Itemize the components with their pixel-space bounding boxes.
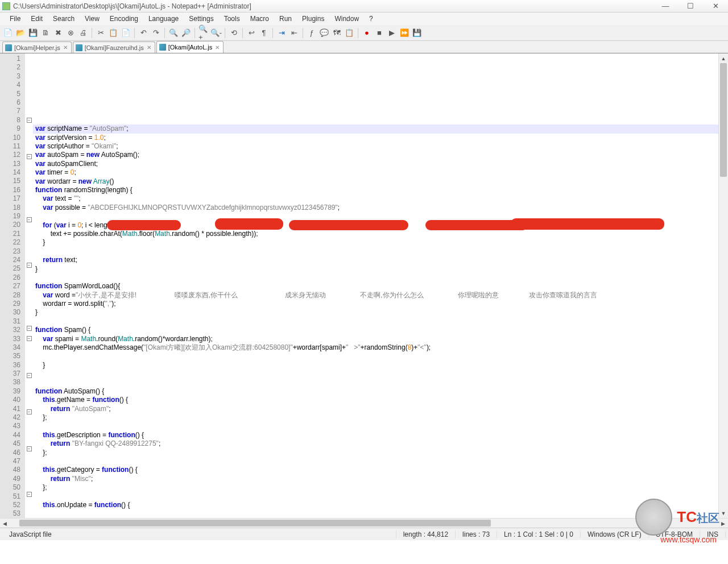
- paste-icon[interactable]: 📄: [120, 27, 131, 39]
- fold-toggle[interactable]: −: [27, 118, 32, 123]
- tab[interactable]: [Okami]AutoL.js✕: [156, 41, 224, 53]
- tab[interactable]: [Okami]Fauzeruihd.js✕: [73, 42, 155, 53]
- code-line[interactable]: }: [33, 308, 718, 317]
- code-line[interactable]: var scriptVersion = 1.0;: [33, 134, 718, 142]
- menu-tools[interactable]: Tools: [219, 14, 245, 24]
- func-icon[interactable]: ƒ: [306, 27, 317, 39]
- maximize-button[interactable]: ☐: [678, 1, 703, 12]
- menu-encoding[interactable]: Encoding: [105, 14, 143, 24]
- tab[interactable]: [Okami]Helper.js✕: [2, 42, 72, 53]
- close-button[interactable]: ✕: [703, 1, 728, 12]
- fold-toggle[interactable]: −: [27, 217, 32, 222]
- scroll-left-icon[interactable]: ◀: [0, 519, 10, 528]
- fold-toggle[interactable]: −: [27, 336, 32, 341]
- code-line[interactable]: [33, 457, 718, 466]
- new-icon[interactable]: 📄: [2, 27, 14, 39]
- menu-settings[interactable]: Settings: [184, 14, 218, 24]
- code-line[interactable]: [33, 273, 718, 282]
- fold-toggle[interactable]: −: [27, 263, 32, 268]
- menu-window[interactable]: Window: [329, 14, 364, 24]
- code-area[interactable]: var scriptName = "AutoSpam";var scriptVe…: [33, 53, 718, 518]
- save-icon[interactable]: 💾: [27, 27, 39, 39]
- find-icon[interactable]: 🔍: [168, 27, 179, 39]
- code-line[interactable]: return "Misc";: [33, 475, 718, 483]
- scroll-down-icon[interactable]: ▼: [719, 508, 728, 518]
- menu-macro[interactable]: Macro: [245, 14, 274, 24]
- vertical-scrollbar[interactable]: ▲ ▼: [718, 53, 728, 518]
- comment-icon[interactable]: 💬: [318, 27, 330, 39]
- code-line[interactable]: [33, 247, 718, 256]
- code-line[interactable]: mc.thePlayer.sendChatMessage("[Okami方曦][…: [33, 343, 718, 352]
- code-line[interactable]: wordarr = word.split(",");: [33, 300, 718, 308]
- code-line[interactable]: var text = "";: [33, 194, 718, 203]
- code-line[interactable]: [33, 492, 718, 501]
- code-line[interactable]: var scriptName = "AutoSpam";: [33, 125, 718, 133]
- code-line[interactable]: function Spam() {: [33, 326, 718, 334]
- fold-toggle[interactable]: −: [27, 326, 32, 331]
- code-line[interactable]: [33, 422, 718, 431]
- code-line[interactable]: [33, 370, 718, 378]
- code-line[interactable]: };: [33, 449, 718, 457]
- close-icon[interactable]: ✖: [52, 27, 64, 39]
- menu-?[interactable]: ?: [364, 14, 378, 24]
- stop-icon[interactable]: ■: [374, 27, 385, 39]
- tab-close-icon[interactable]: ✕: [215, 44, 220, 51]
- horizontal-scrollbar[interactable]: ◀ ▶: [0, 518, 728, 528]
- menu-edit[interactable]: Edit: [26, 14, 48, 24]
- code-line[interactable]: var possible = "ABCDEFGHIJKLMNOPQRSTUVWX…: [33, 204, 718, 212]
- copy-icon[interactable]: 📋: [107, 27, 119, 39]
- code-line[interactable]: function randomString(length) {: [33, 186, 718, 194]
- map-icon[interactable]: 🗺: [331, 27, 342, 39]
- showall-icon[interactable]: ¶: [258, 27, 270, 39]
- code-line[interactable]: };: [33, 483, 718, 492]
- outdent-icon[interactable]: ⇤: [288, 27, 300, 39]
- code-line[interactable]: function SpamWordLoad(){: [33, 282, 718, 291]
- fold-toggle[interactable]: −: [27, 409, 32, 414]
- code-line[interactable]: function AutoSpam() {: [33, 387, 718, 396]
- zoomout-icon[interactable]: 🔍-: [210, 27, 222, 39]
- code-line[interactable]: var autoSpam = new AutoSpam();: [33, 151, 718, 159]
- code-line[interactable]: return "AutoSpam";: [33, 405, 718, 413]
- menu-view[interactable]: View: [80, 14, 105, 24]
- redo-icon[interactable]: ↷: [150, 27, 162, 39]
- fold-toggle[interactable]: −: [27, 373, 32, 378]
- code-line[interactable]: text += possible.charAt(Math.floor(Math.…: [33, 230, 718, 238]
- menu-run[interactable]: Run: [274, 14, 297, 24]
- menu-search[interactable]: Search: [48, 14, 80, 24]
- savemacro-icon[interactable]: 💾: [411, 27, 423, 39]
- code-line[interactable]: var wordarr = new Array(): [33, 177, 718, 186]
- fold-toggle[interactable]: −: [27, 492, 32, 497]
- menu-plugins[interactable]: Plugins: [297, 14, 329, 24]
- menu-language[interactable]: Language: [143, 14, 184, 24]
- code-line[interactable]: var spami = Math.round(Math.random()*wor…: [33, 335, 718, 343]
- doc-icon[interactable]: 📋: [344, 27, 355, 39]
- sync-icon[interactable]: ⟲: [228, 27, 239, 39]
- closeall-icon[interactable]: ⊗: [65, 27, 76, 39]
- code-line[interactable]: }: [33, 238, 718, 247]
- fold-toggle[interactable]: −: [27, 154, 32, 159]
- code-line[interactable]: this.getName = function() {: [33, 396, 718, 404]
- code-line[interactable]: var autoSpamClient;: [33, 160, 718, 168]
- code-line[interactable]: return text;: [33, 256, 718, 264]
- play-icon[interactable]: ▶: [386, 27, 398, 39]
- saveall-icon[interactable]: 🗎: [40, 27, 51, 39]
- print-icon[interactable]: 🖨: [77, 27, 89, 39]
- minimize-button[interactable]: —: [653, 1, 678, 12]
- replace-icon[interactable]: 🔎: [180, 27, 192, 39]
- scroll-right-icon[interactable]: ▶: [718, 519, 728, 528]
- code-line[interactable]: [33, 352, 718, 360]
- code-line[interactable]: };: [33, 413, 718, 422]
- code-line[interactable]: this.getCategory = function() {: [33, 466, 718, 474]
- record-icon[interactable]: ●: [361, 27, 373, 39]
- scroll-up-icon[interactable]: ▲: [719, 53, 728, 63]
- zoomin-icon[interactable]: 🔍+: [198, 27, 209, 39]
- scroll-thumb[interactable]: [720, 63, 727, 177]
- tab-close-icon[interactable]: ✕: [63, 44, 68, 51]
- hscroll-thumb[interactable]: [19, 520, 491, 526]
- code-line[interactable]: var word ="小伙子,是不是安排! 喽喽废东西,你干什么 成米身无恼动 …: [33, 291, 718, 300]
- code-line[interactable]: this.getDescription = function() {: [33, 431, 718, 439]
- menu-file[interactable]: File: [5, 14, 26, 24]
- tab-close-icon[interactable]: ✕: [147, 44, 151, 51]
- code-line[interactable]: var scriptAuthor = "Okami";: [33, 142, 718, 151]
- code-line[interactable]: }: [33, 265, 718, 273]
